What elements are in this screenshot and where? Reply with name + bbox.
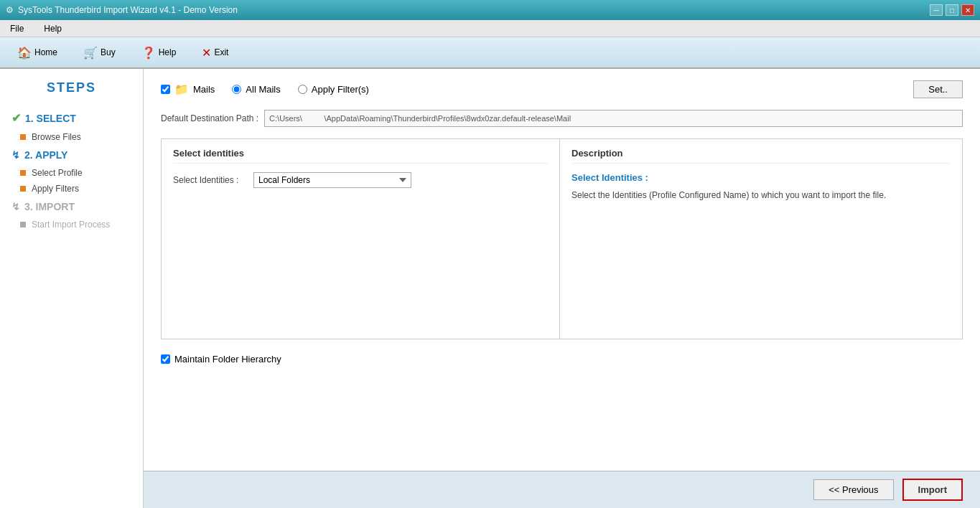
toolbar-buy[interactable]: 🛒 Buy — [78, 43, 121, 62]
apply-filters-label: Apply Filters — [32, 184, 79, 194]
exit-icon: ✕ — [202, 46, 211, 60]
toolbar: 🏠 Home 🛒 Buy ❓ Help ✕ Exit — [0, 37, 980, 69]
maintain-folder-row: Maintain Folder Hierarchy — [161, 348, 963, 370]
minimize-button[interactable]: ─ — [930, 4, 943, 16]
title-bar: ⚙ SysTools Thunderbird Import Wizard v4.… — [0, 0, 980, 20]
help-icon: ❓ — [141, 46, 156, 60]
right-panel: Description Select Identities : Select t… — [560, 139, 962, 339]
left-panel: Select identities Select Identities : Lo… — [162, 139, 560, 339]
mails-checkbox[interactable] — [161, 85, 170, 94]
apply-filters-dot — [20, 186, 26, 192]
step3-header: ↯ 3. IMPORT — [0, 197, 143, 217]
menu-bar: File Help — [0, 20, 980, 37]
title-bar-text: ⚙ SysTools Thunderbird Import Wizard v4.… — [6, 5, 238, 15]
main-layout: STEPS ✔ 1. SELECT Browse Files ↯ 2. APPL… — [0, 69, 980, 508]
sidebar: STEPS ✔ 1. SELECT Browse Files ↯ 2. APPL… — [0, 69, 144, 508]
apply-filters-radio-item: Apply Filter(s) — [298, 84, 369, 95]
step2-header: ↯ 2. APPLY — [0, 145, 143, 165]
dest-path-label: Default Destination Path : — [161, 113, 258, 123]
start-import-dot — [20, 222, 26, 227]
maintain-folder-label: Maintain Folder Hierarchy — [174, 354, 281, 364]
all-mails-label: All Mails — [246, 84, 280, 95]
maximize-button[interactable]: □ — [946, 4, 958, 16]
home-icon: 🏠 — [17, 46, 32, 60]
title-label: SysTools Thunderbird Import Wizard v4.1 … — [18, 5, 238, 15]
steps-title: STEPS — [0, 80, 143, 95]
dest-path-input[interactable] — [264, 110, 963, 127]
select-identities-field-row: Select Identities : Local Folders — [173, 172, 548, 188]
mails-label: Mails — [193, 84, 215, 95]
toolbar-help[interactable]: ❓ Help — [136, 43, 182, 62]
dest-path-row: Default Destination Path : — [161, 110, 963, 127]
step1-label: 1. SELECT — [25, 113, 76, 124]
toolbar-help-label: Help — [159, 47, 177, 57]
select-identities-dropdown[interactable]: Local Folders — [253, 172, 411, 188]
step2-arrow-icon: ↯ — [11, 149, 20, 161]
two-panel: Select identities Select Identities : Lo… — [161, 138, 963, 339]
apply-filters-radio[interactable] — [298, 85, 307, 94]
sidebar-item-select-profile[interactable]: Select Profile — [0, 165, 143, 181]
buy-icon: 🛒 — [83, 46, 98, 60]
toolbar-home-label: Home — [34, 47, 57, 57]
toolbar-exit-label: Exit — [214, 47, 228, 57]
browse-files-label: Browse Files — [32, 132, 81, 142]
browse-files-dot — [20, 134, 26, 140]
toolbar-buy-label: Buy — [101, 47, 116, 57]
step1-check-icon: ✔ — [11, 111, 21, 125]
select-identities-title: Select identities — [173, 148, 548, 164]
description-title: Description — [571, 148, 951, 164]
description-text: Select the Identities (Profile Configure… — [571, 189, 951, 202]
title-icon: ⚙ — [6, 5, 14, 15]
step3-arrow-icon: ↯ — [11, 201, 20, 212]
step2-label: 2. APPLY — [24, 149, 67, 161]
maintain-folder-checkbox[interactable] — [161, 354, 170, 364]
title-bar-controls: ─ □ ✕ — [930, 4, 974, 16]
close-button[interactable]: ✕ — [961, 4, 974, 16]
toolbar-exit[interactable]: ✕ Exit — [196, 43, 234, 62]
toolbar-home[interactable]: 🏠 Home — [11, 43, 63, 62]
select-profile-dot — [20, 170, 26, 176]
previous-button[interactable]: << Previous — [813, 479, 893, 500]
content-inner: 📁 Mails All Mails Apply Filter(s) Set.. … — [144, 69, 980, 471]
start-import-label: Start Import Process — [32, 220, 110, 230]
sidebar-item-browse-files[interactable]: Browse Files — [0, 129, 143, 145]
apply-filters-label: Apply Filter(s) — [312, 84, 369, 95]
content: 📁 Mails All Mails Apply Filter(s) Set.. … — [144, 69, 980, 508]
mails-checkbox-item: 📁 Mails — [161, 83, 215, 96]
menu-file[interactable]: File — [6, 22, 28, 35]
description-link: Select Identities : — [571, 172, 951, 183]
mails-row: 📁 Mails All Mails Apply Filter(s) Set.. — [161, 80, 963, 98]
folder-icon: 📁 — [174, 83, 189, 96]
select-profile-label: Select Profile — [32, 168, 83, 178]
sidebar-item-start-import[interactable]: Start Import Process — [0, 217, 143, 232]
menu-help[interactable]: Help — [39, 22, 66, 35]
bottom-bar: << Previous Import — [144, 471, 980, 508]
all-mails-radio[interactable] — [232, 85, 241, 94]
all-mails-radio-item: All Mails — [232, 84, 280, 95]
set-button[interactable]: Set.. — [913, 80, 963, 98]
select-identities-field-label: Select Identities : — [173, 175, 245, 185]
sidebar-item-apply-filters[interactable]: Apply Filters — [0, 181, 143, 197]
import-button[interactable]: Import — [902, 479, 963, 501]
step3-label: 3. IMPORT — [24, 201, 75, 212]
step1-header: ✔ 1. SELECT — [0, 107, 143, 129]
